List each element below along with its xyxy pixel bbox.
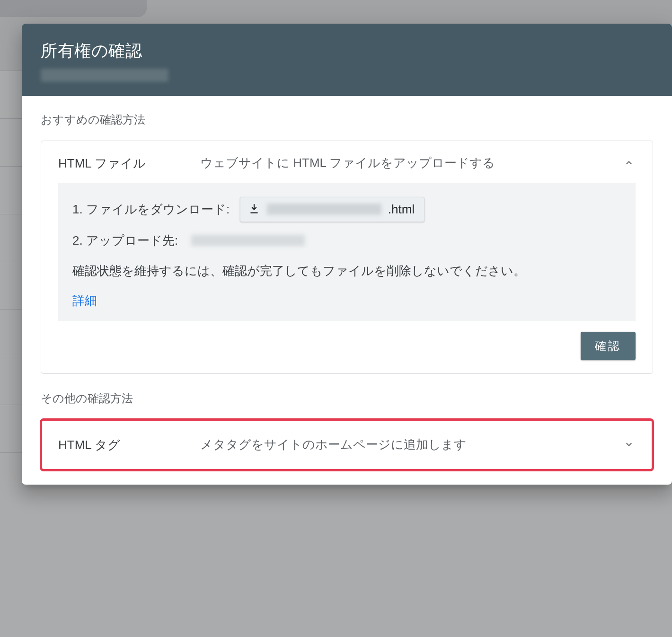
chevron-up-icon xyxy=(622,154,636,168)
dialog-title: 所有権の確認 xyxy=(41,40,653,62)
recommended-section-label: おすすめの確認方法 xyxy=(41,112,653,127)
method-card-html-tag: HTML タグ メタタグをサイトのホームページに追加します xyxy=(41,419,653,470)
step-upload: 2. アップロード先: xyxy=(72,232,621,249)
download-icon xyxy=(248,203,260,215)
method-card-actions: 確認 xyxy=(41,321,653,373)
details-link[interactable]: 詳細 xyxy=(72,292,97,309)
download-file-button[interactable]: .html xyxy=(240,197,424,222)
other-section-label: その他の確認方法 xyxy=(41,391,653,406)
upload-destination-redacted xyxy=(191,235,305,246)
step1-label: 1. ファイルをダウンロード: xyxy=(72,201,230,218)
verify-button[interactable]: 確認 xyxy=(581,332,636,360)
download-filename-redacted xyxy=(267,203,381,215)
step2-label: 2. アップロード先: xyxy=(72,232,178,249)
method-card-html-file: HTML ファイル ウェブサイトに HTML ファイルをアップロードする 1. … xyxy=(41,141,653,374)
chevron-down-icon xyxy=(622,436,636,450)
method-card-header[interactable]: HTML タグ メタタグをサイトのホームページに追加します xyxy=(41,420,653,470)
method-description: メタタグをサイトのホームページに追加します xyxy=(200,436,613,454)
method-name: HTML ファイル xyxy=(58,154,191,172)
step-download: 1. ファイルをダウンロード: .html xyxy=(72,197,621,222)
retention-note: 確認状態を維持するには、確認が完了してもファイルを削除しないでください。 xyxy=(72,261,621,280)
ownership-verification-dialog: 所有権の確認 おすすめの確認方法 HTML ファイル ウェブサイトに HTML … xyxy=(22,24,672,485)
method-card-header[interactable]: HTML ファイル ウェブサイトに HTML ファイルをアップロードする xyxy=(41,141,653,183)
method-description: ウェブサイトに HTML ファイルをアップロードする xyxy=(200,154,613,172)
dialog-property-redacted xyxy=(41,69,168,82)
dialog-body: おすすめの確認方法 HTML ファイル ウェブサイトに HTML ファイルをアッ… xyxy=(22,96,672,485)
method-name: HTML タグ xyxy=(58,436,191,453)
dialog-header: 所有権の確認 xyxy=(22,24,672,96)
method-card-content: 1. ファイルをダウンロード: .html 2. アップロード先: 確認状態を維… xyxy=(58,183,636,321)
download-file-ext: .html xyxy=(388,202,415,217)
